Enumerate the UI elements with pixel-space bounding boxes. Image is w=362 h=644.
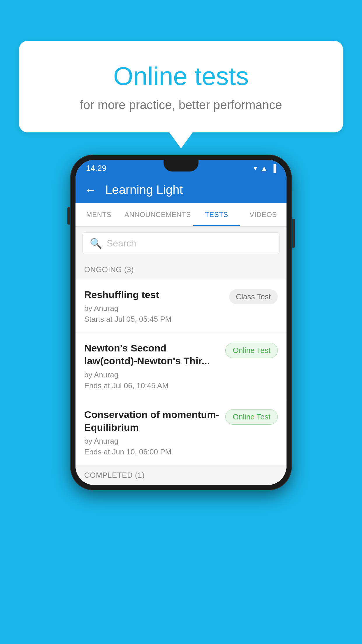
status-bar: 14:29 ▾ ▲ ▐ <box>75 160 287 177</box>
speech-bubble: Online tests for more practice, better p… <box>19 41 343 132</box>
test-time-1: Starts at Jul 05, 05:45 PM <box>84 315 223 324</box>
test-info-2: Newton's Second law(contd)-Newton's Thir… <box>84 342 219 390</box>
test-info-3: Conservation of momentum-Equilibrium by … <box>84 408 219 456</box>
test-item-3[interactable]: Conservation of momentum-Equilibrium by … <box>75 399 287 466</box>
tab-tests[interactable]: TESTS <box>193 203 240 226</box>
test-item-2[interactable]: Newton's Second law(contd)-Newton's Thir… <box>75 333 287 399</box>
tab-announcements[interactable]: ANNOUNCEMENTS <box>122 203 193 226</box>
phone-screen: 14:29 ▾ ▲ ▐ ← Learning Light MENTS <box>75 160 287 485</box>
test-time-2: Ends at Jul 06, 10:45 AM <box>84 381 219 390</box>
test-name-1: Reshuffling test <box>84 288 223 301</box>
completed-section-header: COMPLETED (1) <box>75 466 287 485</box>
signal-icon: ▲ <box>261 164 268 172</box>
phone-wrapper: 14:29 ▾ ▲ ▐ ← Learning Light MENTS <box>70 155 292 490</box>
phone-outer: 14:29 ▾ ▲ ▐ ← Learning Light MENTS <box>70 155 292 490</box>
ongoing-section-header: ONGOING (3) <box>75 260 287 279</box>
search-input-wrapper[interactable]: 🔍 Search <box>82 232 280 254</box>
test-name-3: Conservation of momentum-Equilibrium <box>84 408 219 434</box>
speech-bubble-wrapper: Online tests for more practice, better p… <box>19 41 343 148</box>
tabs-container: MENTS ANNOUNCEMENTS TESTS VIDEOS <box>75 203 287 227</box>
phone-power-button <box>292 219 295 248</box>
phone-volume-button <box>67 207 70 225</box>
phone-notch <box>164 160 198 172</box>
search-container: 🔍 Search <box>75 227 287 260</box>
test-author-1: by Anurag <box>84 304 223 313</box>
speech-bubble-subtitle: for more practice, better performance <box>42 98 320 112</box>
test-name-2: Newton's Second law(contd)-Newton's Thir… <box>84 342 219 367</box>
speech-bubble-title: Online tests <box>42 61 320 91</box>
wifi-icon: ▾ <box>254 164 257 172</box>
tab-ments[interactable]: MENTS <box>75 203 122 226</box>
test-list: Reshuffling test by Anurag Starts at Jul… <box>75 279 287 466</box>
test-info-1: Reshuffling test by Anurag Starts at Jul… <box>84 288 223 324</box>
battery-icon: ▐ <box>271 164 276 172</box>
app-title: Learning Light <box>105 183 183 197</box>
test-author-3: by Anurag <box>84 437 219 446</box>
test-badge-1: Class Test <box>229 289 278 304</box>
search-icon: 🔍 <box>90 237 102 249</box>
app-bar: ← Learning Light <box>75 177 287 203</box>
status-time: 14:29 <box>86 164 106 173</box>
search-input[interactable]: Search <box>107 238 136 249</box>
back-button[interactable]: ← <box>84 183 96 197</box>
test-item-1[interactable]: Reshuffling test by Anurag Starts at Jul… <box>75 279 287 333</box>
test-time-3: Ends at Jun 10, 06:00 PM <box>84 447 219 456</box>
test-author-2: by Anurag <box>84 370 219 379</box>
status-icons: ▾ ▲ ▐ <box>254 164 276 172</box>
test-badge-2: Online Test <box>225 343 278 358</box>
speech-bubble-arrow <box>169 132 193 148</box>
test-badge-3: Online Test <box>225 409 278 425</box>
tab-videos[interactable]: VIDEOS <box>240 203 287 226</box>
